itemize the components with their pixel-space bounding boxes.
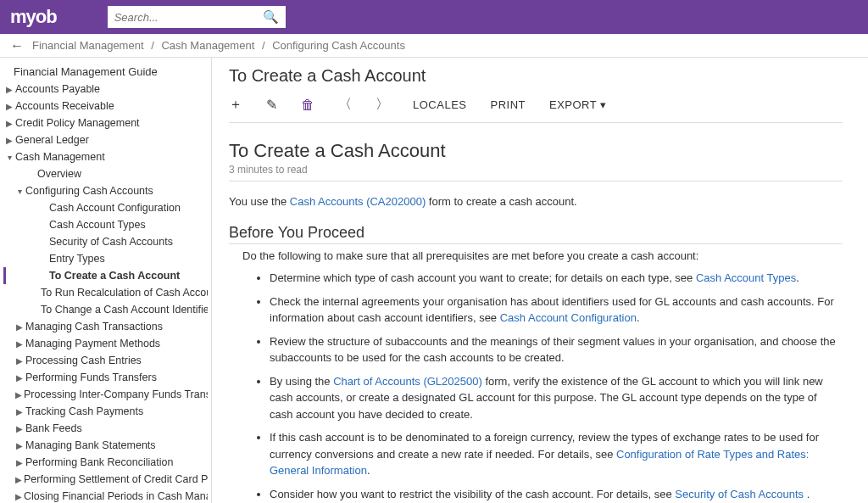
sidebar-item-label: Configuring Cash Accounts — [25, 185, 153, 197]
chevron-icon: ▶ — [15, 390, 22, 400]
sidebar-item-label: To Run Recalculation of Cash Account ... — [41, 287, 208, 299]
bullet-2: Check the internal agreements your organ… — [270, 293, 843, 327]
link-cash-accounts[interactable]: Cash Accounts — [290, 195, 364, 208]
add-icon[interactable]: ＋ — [229, 96, 242, 114]
chevron-icon: ▶ — [15, 475, 22, 484]
sidebar-item-label: Security of Cash Accounts — [49, 236, 173, 248]
breadcrumb-c[interactable]: Configuring Cash Accounts — [272, 39, 405, 52]
sidebar-item-15[interactable]: ▶Managing Payment Methods — [3, 335, 208, 352]
sidebar-item-label: Processing Cash Entries — [25, 355, 142, 366]
chevron-icon: ▶ — [15, 373, 24, 383]
sidebar-item-label: Managing Bank Statements — [25, 439, 156, 451]
sidebar-item-13[interactable]: To Change a Cash Account Identifier — [3, 301, 208, 318]
sidebar-item-label: Accounts Payable — [15, 83, 100, 95]
chevron-icon: ▶ — [15, 356, 24, 366]
sidebar-item-label: Bank Feeds — [25, 422, 82, 434]
locales-button[interactable]: LOCALES — [413, 98, 466, 111]
chevron-icon: ▶ — [15, 458, 24, 467]
edit-icon[interactable]: ✎ — [266, 97, 277, 113]
heading-1: To Create a Cash Account — [229, 140, 843, 162]
bullet-6: Consider how you want to restrict the vi… — [270, 486, 843, 503]
intro-paragraph: You use the Cash Accounts (CA202000) for… — [229, 193, 843, 210]
sidebar-item-label: Accounts Receivable — [15, 100, 114, 112]
sidebar-item-21[interactable]: ▶Managing Bank Statements — [3, 437, 208, 454]
chevron-icon: ▶ — [5, 85, 14, 94]
sidebar-item-label: Overview — [37, 168, 81, 180]
link-chart-of-accounts[interactable]: Chart of Accounts — [333, 375, 420, 388]
chevron-icon: ▶ — [5, 119, 14, 128]
sidebar-item-4[interactable]: ▾Cash Management — [3, 148, 208, 165]
search-container[interactable]: 🔍 — [108, 6, 286, 28]
sidebar-item-3[interactable]: ▶General Ledger — [3, 131, 208, 148]
sidebar-item-0[interactable]: ▶Accounts Payable — [3, 81, 208, 98]
sidebar-item-8[interactable]: Cash Account Types — [3, 216, 208, 233]
page-title: To Create a Cash Account — [229, 66, 843, 86]
sidebar-item-label: Performing Settlement of Credit Card Pay… — [24, 473, 208, 485]
sidebar-item-label: Managing Cash Transactions — [25, 321, 163, 333]
sidebar-item-11[interactable]: To Create a Cash Account — [3, 267, 208, 284]
heading-before-you-proceed: Before You Proceed — [229, 224, 843, 244]
sidebar-item-7[interactable]: Cash Account Configuration — [3, 199, 208, 216]
sidebar-item-10[interactable]: Entry Types — [3, 250, 208, 267]
sidebar-item-14[interactable]: ▶Managing Cash Transactions — [3, 318, 208, 335]
bullet-3: Review the structure of subaccounts and … — [270, 333, 843, 366]
sidebar-item-23[interactable]: ▶Performing Settlement of Credit Card Pa… — [3, 471, 208, 488]
sidebar-item-label: Performing Funds Transfers — [25, 372, 157, 383]
chevron-icon: ▶ — [15, 407, 24, 416]
export-button[interactable]: EXPORT ▾ — [549, 98, 607, 111]
sidebar: Financial Management Guide ▶Accounts Pay… — [0, 58, 212, 503]
sidebar-item-20[interactable]: ▶Bank Feeds — [3, 420, 208, 437]
sidebar-item-label: General Ledger — [15, 134, 89, 146]
sidebar-item-1[interactable]: ▶Accounts Receivable — [3, 98, 208, 115]
sidebar-title: Financial Management Guide — [3, 63, 208, 81]
chevron-icon: ▶ — [5, 136, 14, 145]
link-cash-account-types[interactable]: Cash Account Types — [696, 271, 796, 284]
sidebar-item-6[interactable]: ▾Configuring Cash Accounts — [3, 182, 208, 199]
sidebar-item-label: Cash Management — [15, 151, 105, 163]
chevron-icon: ▶ — [15, 424, 24, 433]
chevron-icon: ▶ — [15, 339, 24, 349]
print-button[interactable]: PRINT — [490, 98, 526, 111]
link-cash-account-configuration[interactable]: Cash Account Configuration — [500, 311, 637, 324]
next-icon[interactable]: 〉 — [376, 96, 389, 114]
chevron-icon: ▶ — [15, 322, 24, 332]
sidebar-item-label: Cash Account Types — [49, 219, 146, 231]
search-icon[interactable]: 🔍 — [263, 9, 279, 25]
read-time: 3 minutes to read — [229, 164, 843, 182]
sidebar-item-18[interactable]: ▶Processing Inter-Company Funds Transfer… — [3, 386, 208, 403]
sidebar-item-label: To Change a Cash Account Identifier — [41, 304, 208, 316]
sidebar-item-label: Closing Financial Periods in Cash Manage… — [24, 490, 208, 502]
toolbar: ＋ ✎ 🗑 〈 〉 LOCALES PRINT EXPORT ▾ — [229, 96, 843, 123]
sidebar-item-label: Tracking Cash Payments — [25, 405, 143, 417]
chevron-icon: ▾ — [15, 187, 24, 196]
sidebar-item-19[interactable]: ▶Tracking Cash Payments — [3, 403, 208, 420]
sidebar-item-17[interactable]: ▶Performing Funds Transfers — [3, 369, 208, 386]
sidebar-item-12[interactable]: To Run Recalculation of Cash Account ... — [3, 284, 208, 301]
chevron-icon: ▶ — [5, 102, 14, 111]
breadcrumb-a[interactable]: Financial Management — [32, 39, 144, 52]
chevron-icon: ▾ — [5, 153, 14, 162]
sidebar-item-16[interactable]: ▶Processing Cash Entries — [3, 352, 208, 369]
delete-icon[interactable]: 🗑 — [301, 98, 314, 113]
sidebar-item-label: Credit Policy Management — [15, 117, 140, 129]
prev-icon[interactable]: 〈 — [338, 96, 352, 114]
sidebar-item-22[interactable]: ▶Performing Bank Reconciliation — [3, 454, 208, 471]
link-security-cash-accounts[interactable]: Security of Cash Accounts — [675, 488, 804, 500]
sidebar-item-2[interactable]: ▶Credit Policy Management — [3, 115, 208, 131]
back-arrow-icon[interactable]: ← — [10, 38, 24, 53]
intro2: Do the following to make sure that all p… — [229, 248, 843, 265]
sidebar-item-label: Performing Bank Reconciliation — [25, 456, 173, 468]
sidebar-item-label: Managing Payment Methods — [25, 338, 160, 349]
logo: myob — [10, 6, 57, 28]
breadcrumb-b[interactable]: Cash Management — [161, 39, 254, 52]
bullet-4: By using the Chart of Accounts (GL202500… — [270, 373, 843, 423]
search-input[interactable] — [114, 11, 263, 24]
bullet-5: If this cash account is to be denominate… — [270, 429, 843, 479]
sidebar-item-9[interactable]: Security of Cash Accounts — [3, 233, 208, 250]
sidebar-item-5[interactable]: Overview — [3, 165, 208, 182]
sidebar-item-24[interactable]: ▶Closing Financial Periods in Cash Manag… — [3, 488, 208, 503]
sidebar-item-label: Processing Inter-Company Funds Transfers — [24, 388, 208, 400]
sidebar-item-label: To Create a Cash Account — [49, 270, 180, 282]
chevron-icon: ▶ — [15, 492, 22, 501]
breadcrumb: Financial Management / Cash Management /… — [32, 39, 405, 52]
